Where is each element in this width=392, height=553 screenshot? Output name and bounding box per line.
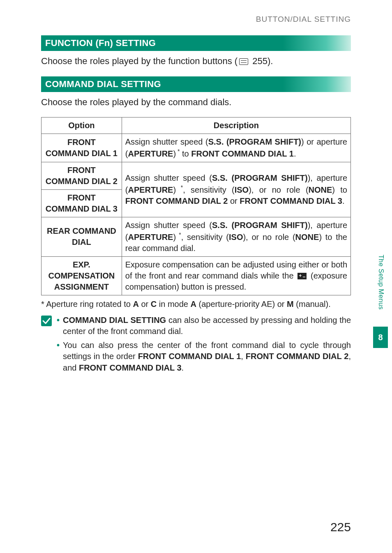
- text: Choose the roles played by the function …: [41, 56, 238, 66]
- page-number: 225: [330, 520, 351, 534]
- text-bold: NONE: [295, 233, 319, 242]
- text-bold: M: [287, 300, 294, 309]
- text: (manual).: [294, 300, 331, 309]
- description-cell: Assign shutter speed (S.S. (PROGRAM SHIF…: [122, 134, 350, 162]
- text-bold: APERTURE: [128, 185, 173, 194]
- side-section-label: The Setup Menus: [377, 255, 385, 310]
- col-header-description: Description: [122, 118, 350, 134]
- section-fn-intro: Choose the roles played by the function …: [41, 55, 351, 67]
- footnote-ref: *: [176, 184, 183, 191]
- breadcrumb: BUTTON/DIAL SETTING: [41, 15, 351, 24]
- text: Assign shutter speed (: [125, 173, 212, 182]
- bullet-icon: •: [57, 340, 60, 374]
- bullet-icon: •: [57, 315, 60, 337]
- section-heading-dial: COMMAND DIAL SETTING: [41, 76, 351, 92]
- text: ), or no role (: [249, 185, 308, 194]
- text: or: [139, 300, 151, 309]
- text: .: [342, 196, 345, 205]
- options-table: Option Description FRONT COMMAND DIAL 1 …: [41, 117, 351, 295]
- text: ,: [241, 352, 245, 361]
- description-cell: Assign shutter speed (S.S. (PROGRAM SHIF…: [122, 217, 350, 257]
- tips-block: • COMMAND DIAL SETTING can also be acces…: [41, 315, 351, 376]
- text: to: [180, 149, 191, 158]
- chapter-tab: 8: [373, 327, 388, 348]
- text-bold: COMMAND DIAL SETTING: [63, 316, 166, 325]
- text: .: [182, 363, 184, 372]
- option-cell: FRONT COMMAND DIAL 1: [42, 134, 122, 162]
- col-header-option: Option: [42, 118, 122, 134]
- text: , sensitivity (: [181, 233, 229, 242]
- description-cell: Exposure compensation can be adjusted us…: [122, 256, 350, 295]
- footnote: * Aperture ring rotated to A or C in mod…: [41, 300, 351, 309]
- text: ), or no role (: [243, 233, 295, 242]
- manual-page-icon: [239, 58, 248, 65]
- text: .: [294, 149, 296, 158]
- text-bold: NONE: [309, 185, 332, 194]
- text: * Aperture ring rotated to: [41, 300, 133, 309]
- text-bold: FRONT COMMAND DIAL 2: [246, 352, 349, 361]
- text-bold: FRONT COMMAND DIAL 3: [79, 363, 182, 372]
- option-cell: EXP. COMPENSATION ASSIGNMENT: [42, 256, 122, 295]
- footnote-ref: *: [176, 231, 181, 238]
- text-bold: APERTURE: [128, 233, 173, 242]
- text-bold: FRONT COMMAND DIAL 1: [138, 352, 241, 361]
- option-cell: FRONT COMMAND DIAL 2: [42, 162, 122, 190]
- text: or: [228, 196, 240, 205]
- text-bold: C: [151, 300, 157, 309]
- tip-icon: [41, 316, 52, 326]
- text: in mode: [157, 300, 190, 309]
- option-cell: REAR COMMAND DIAL: [42, 217, 122, 257]
- text-bold: S.S. (PROGRAM SHIFT): [212, 221, 308, 230]
- text-bold: FRONT COMMAND DIAL 2: [125, 196, 228, 205]
- description-cell: Assign shutter speed (S.S. (PROGRAM SHIF…: [122, 162, 350, 217]
- text-bold: S.S. (PROGRAM SHIFT): [212, 173, 308, 182]
- tip-item: • COMMAND DIAL SETTING can also be acces…: [57, 315, 351, 337]
- text-bold: FRONT COMMAND DIAL 3: [240, 196, 342, 205]
- text-bold: A: [191, 300, 196, 309]
- text-bold: A: [133, 300, 138, 309]
- tip-item: • You can also press the center of the f…: [57, 340, 351, 374]
- option-cell: FRONT COMMAND DIAL 3: [42, 190, 122, 217]
- text-bold: S.S. (PROGRAM SHIFT): [208, 137, 301, 146]
- section-dial-intro: Choose the roles played by the command d…: [41, 96, 351, 108]
- text: Assign shutter speed (: [125, 221, 212, 230]
- exposure-compensation-icon: [297, 273, 307, 279]
- text: (aperture-priority AE) or: [196, 300, 287, 309]
- text: ) to: [332, 185, 347, 194]
- text-bold: ISO: [229, 233, 243, 242]
- text-bold: APERTURE: [128, 149, 173, 158]
- text: 255).: [250, 56, 273, 66]
- text: Assign shutter speed (: [125, 137, 208, 146]
- text: , sensitivity (: [183, 185, 234, 194]
- text-bold: ISO: [235, 185, 249, 194]
- text-bold: FRONT COMMAND DIAL 1: [191, 149, 294, 158]
- section-heading-fn: FUNCTION (Fn) SETTING: [41, 35, 351, 51]
